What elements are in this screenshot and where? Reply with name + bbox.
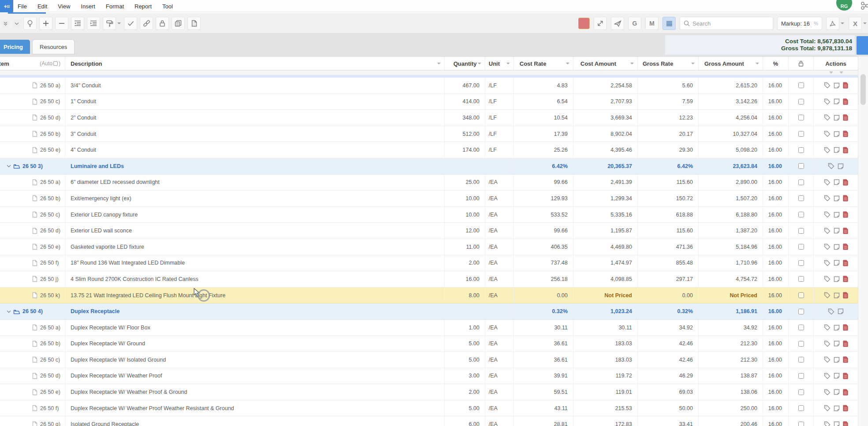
- row-lock-checkbox[interactable]: [798, 82, 804, 88]
- cost-rate-sort-icon[interactable]: [566, 63, 569, 64]
- tag-icon[interactable]: [824, 260, 831, 266]
- row-lock-checkbox[interactable]: [798, 163, 804, 169]
- menu-item-report[interactable]: Report: [135, 3, 152, 10]
- red-file-icon[interactable]: [843, 98, 848, 105]
- note-icon[interactable]: [834, 228, 840, 234]
- row-lock-checkbox[interactable]: [798, 422, 804, 426]
- note-icon[interactable]: [834, 405, 840, 411]
- tag-icon[interactable]: [824, 114, 831, 121]
- check-icon[interactable]: [124, 17, 137, 30]
- tag-icon[interactable]: [824, 82, 831, 89]
- note-icon[interactable]: [834, 276, 840, 282]
- red-file-icon[interactable]: [843, 131, 848, 137]
- tag-icon[interactable]: [828, 163, 834, 169]
- lightbulb-icon[interactable]: [24, 17, 36, 30]
- tag-icon[interactable]: [824, 98, 831, 105]
- note-icon[interactable]: [834, 325, 840, 331]
- side-panel-toggle[interactable]: [857, 36, 868, 55]
- red-file-icon[interactable]: [843, 373, 848, 379]
- red-file-icon[interactable]: [843, 292, 848, 299]
- quantity-sort-icon[interactable]: [478, 63, 481, 64]
- red-file-icon[interactable]: [843, 195, 848, 202]
- table-row[interactable]: 26 50 c)1" Conduit414.00/LF6.542,707.937…: [0, 94, 858, 110]
- note-icon[interactable]: [834, 212, 840, 218]
- document-icon[interactable]: [188, 17, 200, 30]
- row-lock-checkbox[interactable]: [798, 228, 804, 234]
- row-lock-checkbox[interactable]: [798, 179, 804, 185]
- table-row[interactable]: 26 50 f)Duplex Receptacle W/ Weather Pro…: [0, 400, 858, 417]
- note-icon[interactable]: [834, 179, 840, 185]
- collapse-all-icon[interactable]: [2, 20, 9, 27]
- cost-amount-sort-icon[interactable]: [630, 63, 634, 64]
- note-icon[interactable]: [834, 147, 840, 153]
- menu-item-insert[interactable]: Insert: [81, 3, 95, 10]
- menu-item-edit[interactable]: Edit: [37, 3, 47, 10]
- list-view-icon[interactable]: [663, 17, 675, 30]
- row-lock-checkbox[interactable]: [798, 147, 804, 153]
- note-icon[interactable]: [834, 357, 840, 363]
- outdent-icon[interactable]: [71, 17, 84, 30]
- table-row[interactable]: 26 50 a)3/4" Conduit467.00/LF4.832,254.5…: [0, 78, 858, 94]
- tag-icon[interactable]: [828, 308, 834, 315]
- table-row[interactable]: 26 50 b)Exit/emergency light (ex)10.00/E…: [0, 191, 858, 207]
- add-icon[interactable]: [40, 17, 52, 30]
- red-file-icon[interactable]: [843, 228, 848, 234]
- note-icon[interactable]: [834, 131, 840, 137]
- tag-icon[interactable]: [824, 340, 831, 347]
- table-row[interactable]: 26 50 c)Exterior LED canopy fixture10.00…: [0, 207, 858, 223]
- menu-item-tool[interactable]: Tool: [162, 3, 173, 10]
- red-file-icon[interactable]: [843, 243, 848, 250]
- note-icon[interactable]: [834, 244, 840, 250]
- tag-icon[interactable]: [824, 373, 831, 379]
- link-icon[interactable]: [140, 17, 153, 30]
- note-icon[interactable]: [834, 373, 840, 379]
- table-row[interactable]: 26 50 c)Duplex Receptacle W/ Isolated Gr…: [0, 352, 858, 368]
- lock-icon[interactable]: [156, 17, 168, 30]
- remove-icon[interactable]: [56, 17, 68, 30]
- column-header-quantity[interactable]: Quantity: [445, 57, 485, 70]
- tag-icon[interactable]: [824, 211, 831, 218]
- tag-icon[interactable]: [824, 421, 831, 426]
- red-file-icon[interactable]: [843, 260, 848, 266]
- settings-gear-icon[interactable]: [859, 1, 868, 11]
- column-header-gross-rate[interactable]: Gross Rate: [638, 57, 699, 70]
- column-header-cost-amount[interactable]: Cost Amount: [573, 57, 638, 70]
- pdf-dropdown-icon[interactable]: [841, 22, 844, 24]
- table-row[interactable]: 26 50 b)3" Conduit512.00/LF17.398,902.04…: [0, 126, 858, 142]
- table-row[interactable]: 26 50 j)4 Slim Round 2700K Construction …: [0, 271, 858, 288]
- table-row[interactable]: 26 50 a)Duplex Receptacle W/ Floor Box1.…: [0, 320, 858, 336]
- tab-pricing[interactable]: Pricing: [0, 40, 30, 54]
- column-header-cost-rate[interactable]: Cost Rate: [514, 57, 573, 70]
- red-file-icon[interactable]: [843, 356, 848, 363]
- send-icon[interactable]: [611, 17, 624, 30]
- table-row[interactable]: 26 50 k)13.75 21 Watt Integrated LED Cei…: [0, 288, 858, 304]
- group-row[interactable]: 26 50 3)Luminaire and LEDs6.42%20,365.37…: [0, 158, 858, 175]
- menu-item-file[interactable]: File: [18, 3, 27, 10]
- tag-icon[interactable]: [824, 324, 831, 331]
- gross-amount-sort-icon[interactable]: [756, 63, 759, 64]
- row-lock-checkbox[interactable]: [798, 115, 804, 120]
- table-row[interactable]: 26 50 d)Exterior LED wall sconce12.00/EA…: [0, 223, 858, 239]
- avatar[interactable]: RG: [836, 0, 852, 11]
- table-row[interactable]: 26 50 a)6" diameter LED recessed downlig…: [0, 175, 858, 191]
- app-logo-icon[interactable]: +≡: [0, 0, 13, 12]
- row-lock-checkbox[interactable]: [798, 341, 804, 347]
- row-lock-checkbox[interactable]: [798, 260, 804, 266]
- g-button[interactable]: G: [629, 17, 641, 30]
- note-icon[interactable]: [834, 98, 840, 105]
- table-row[interactable]: 26 50 f)18" Round 136 Watt Integrated LE…: [0, 255, 858, 272]
- tag-icon[interactable]: [824, 131, 831, 137]
- row-lock-checkbox[interactable]: [798, 389, 804, 395]
- red-file-icon[interactable]: [843, 421, 848, 426]
- indent-icon[interactable]: [87, 17, 100, 30]
- red-file-icon[interactable]: [843, 405, 848, 411]
- row-lock-checkbox[interactable]: [798, 212, 804, 217]
- note-icon[interactable]: [838, 308, 844, 314]
- red-file-icon[interactable]: [843, 340, 848, 347]
- column-header-percent[interactable]: %: [763, 57, 789, 70]
- tag-icon[interactable]: [824, 292, 831, 299]
- tag-icon[interactable]: [824, 228, 831, 234]
- red-file-icon[interactable]: [843, 276, 848, 282]
- table-row[interactable]: 26 50 b)Duplex Receptacle W/ Ground5.00/…: [0, 336, 858, 352]
- tag-icon[interactable]: [824, 147, 831, 153]
